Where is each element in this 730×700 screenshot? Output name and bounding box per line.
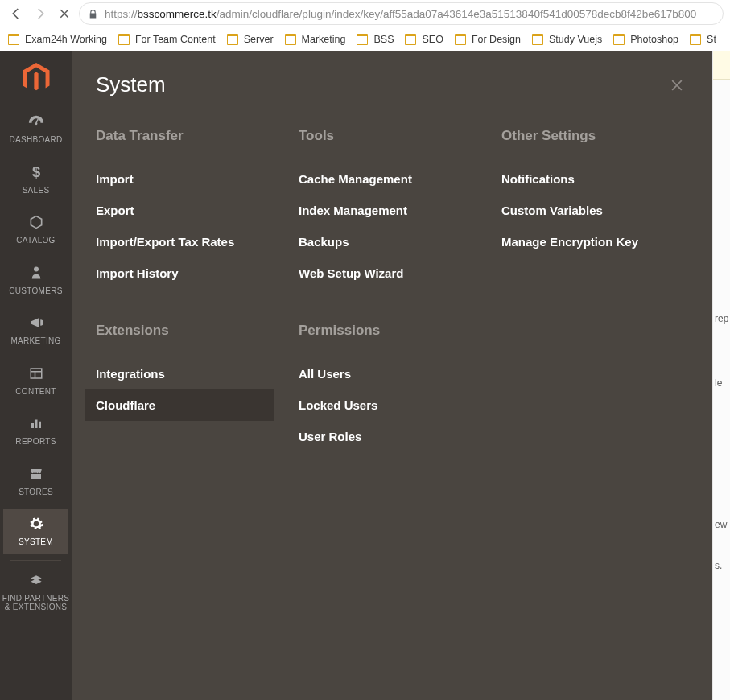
sidebar-item-content[interactable]: CONTENT	[0, 356, 72, 406]
url-text: https://bsscommerce.tk/admin/cloudflare/…	[105, 8, 696, 20]
magento-logo-icon	[23, 63, 50, 93]
menu-encryption-key[interactable]: Manage Encryption Key	[490, 226, 680, 257]
sidebar-item-reports[interactable]: REPORTS	[0, 406, 72, 456]
folder-icon	[455, 34, 466, 45]
menu-notifications[interactable]: Notifications	[490, 163, 680, 195]
gear-icon	[27, 514, 46, 533]
bookmark-label: For Team Content	[135, 34, 216, 45]
text-fragment: s.	[715, 560, 722, 571]
bookmark-label: St	[707, 34, 716, 45]
notice-bar	[713, 51, 730, 80]
section-heading: Extensions	[96, 323, 283, 339]
menu-locked-users[interactable]: Locked Users	[287, 389, 477, 421]
dollar-icon: $	[27, 163, 46, 182]
menu-integrations[interactable]: Integrations	[85, 358, 274, 389]
bookmark-item[interactable]: Server	[227, 34, 274, 45]
back-button[interactable]	[6, 4, 26, 23]
menu-websetup[interactable]: Web Setup Wizard	[287, 257, 477, 289]
sidebar-label: FIND PARTNERS & EXTENSIONS	[2, 594, 70, 612]
sidebar-item-sales[interactable]: $ SALES	[0, 154, 72, 205]
sidebar-label: REPORTS	[15, 437, 56, 447]
folder-icon	[118, 34, 130, 45]
close-button[interactable]	[666, 74, 688, 97]
svg-rect-10	[35, 420, 37, 429]
section-heading: Tools	[299, 128, 485, 144]
section-extensions: Extensions Integrations Cloudflare	[96, 323, 283, 421]
forward-button[interactable]	[31, 4, 50, 23]
flyout-column: Tools Cache Management Index Management …	[299, 128, 485, 486]
sidebar-label: SALES	[23, 186, 50, 196]
folder-icon	[405, 34, 416, 45]
svg-rect-3	[35, 119, 39, 124]
folder-icon	[227, 34, 238, 45]
sidebar-item-stores[interactable]: STORES	[0, 456, 72, 507]
bookmark-label: Photoshop	[630, 34, 678, 45]
menu-index[interactable]: Index Management	[287, 195, 477, 226]
bookmark-item[interactable]: Exam24h Working	[8, 34, 107, 45]
close-icon	[669, 77, 685, 93]
section-permissions: Permissions All Users Locked Users User …	[299, 323, 485, 452]
sidebar-item-partners[interactable]: FIND PARTNERS & EXTENSIONS	[0, 562, 72, 622]
sidebar-item-customers[interactable]: CUSTOMERS	[0, 255, 72, 306]
system-flyout: System Data Transfer Import Export Impor…	[72, 51, 712, 700]
section-heading: Data Transfer	[96, 128, 283, 144]
sidebar-label: CONTENT	[15, 387, 56, 397]
bookmark-item[interactable]: Photoshop	[613, 34, 678, 45]
bookmark-item[interactable]: SEO	[405, 34, 443, 45]
folder-icon	[690, 34, 701, 45]
menu-tax-rates[interactable]: Import/Export Tax Rates	[85, 226, 274, 257]
sidebar-label: MARKETING	[10, 336, 60, 346]
sidebar-item-marketing[interactable]: MARKETING	[0, 305, 72, 356]
sidebar-item-dashboard[interactable]: DASHBOARD	[0, 104, 72, 154]
box-icon	[27, 212, 46, 232]
menu-all-users[interactable]: All Users	[287, 358, 477, 389]
bookmark-label: Marketing	[302, 34, 346, 45]
sidebar-item-system[interactable]: SYSTEM	[0, 506, 72, 557]
section-heading: Permissions	[299, 323, 485, 339]
bookmark-item[interactable]: Marketing	[285, 34, 346, 45]
bookmark-item[interactable]: St	[690, 34, 716, 45]
menu-import-history[interactable]: Import History	[85, 257, 274, 289]
folder-icon	[613, 34, 625, 45]
bookmark-item[interactable]: BSS	[357, 34, 394, 45]
svg-rect-11	[39, 422, 41, 428]
bar-chart-icon	[27, 414, 46, 433]
stop-reload-button[interactable]	[55, 4, 74, 23]
menu-export[interactable]: Export	[85, 195, 274, 226]
person-icon	[27, 263, 46, 282]
svg-rect-9	[31, 423, 34, 428]
store-icon	[27, 464, 46, 484]
menu-custom-vars[interactable]: Custom Variables	[490, 195, 680, 226]
section-data-transfer: Data Transfer Import Export Import/Expor…	[96, 128, 283, 289]
bookmark-item[interactable]: For Design	[455, 34, 521, 45]
text-fragment: rep	[715, 313, 728, 324]
admin-sidebar: DASHBOARD $ SALES CATALOG CUSTOMERS MARK…	[0, 51, 72, 700]
browser-toolbar: https://bsscommerce.tk/admin/cloudflare/…	[0, 0, 730, 27]
svg-rect-6	[31, 369, 42, 378]
menu-backups[interactable]: Backups	[287, 226, 477, 257]
background-page: rep le ew s.	[712, 51, 730, 700]
bookmark-item[interactable]: Study Vuejs	[532, 34, 602, 45]
menu-cloudflare[interactable]: Cloudflare	[85, 389, 274, 421]
magento-logo[interactable]	[0, 51, 72, 104]
section-tools: Tools Cache Management Index Management …	[299, 128, 485, 289]
flyout-column: Other Settings Notifications Custom Vari…	[501, 128, 688, 486]
bookmark-item[interactable]: For Team Content	[118, 34, 216, 45]
section-other-settings: Other Settings Notifications Custom Vari…	[501, 128, 688, 257]
layout-icon	[27, 364, 46, 383]
svg-text:$: $	[31, 164, 39, 180]
sidebar-label: CATALOG	[16, 236, 55, 245]
menu-cache[interactable]: Cache Management	[287, 163, 477, 195]
sidebar-item-catalog[interactable]: CATALOG	[0, 204, 72, 255]
flyout-column: Data Transfer Import Export Import/Expor…	[96, 128, 283, 486]
folder-icon	[357, 34, 368, 45]
svg-point-5	[34, 266, 39, 271]
menu-user-roles[interactable]: User Roles	[287, 421, 477, 452]
bookmark-label: BSS	[373, 34, 394, 45]
bookmarks-bar: Exam24h Working For Team Content Server …	[0, 27, 730, 51]
sidebar-label: SYSTEM	[19, 537, 53, 547]
address-bar[interactable]: https://bsscommerce.tk/admin/cloudflare/…	[79, 2, 724, 25]
menu-import[interactable]: Import	[85, 163, 274, 195]
sidebar-separator	[10, 560, 60, 561]
bookmark-label: Server	[244, 34, 274, 45]
